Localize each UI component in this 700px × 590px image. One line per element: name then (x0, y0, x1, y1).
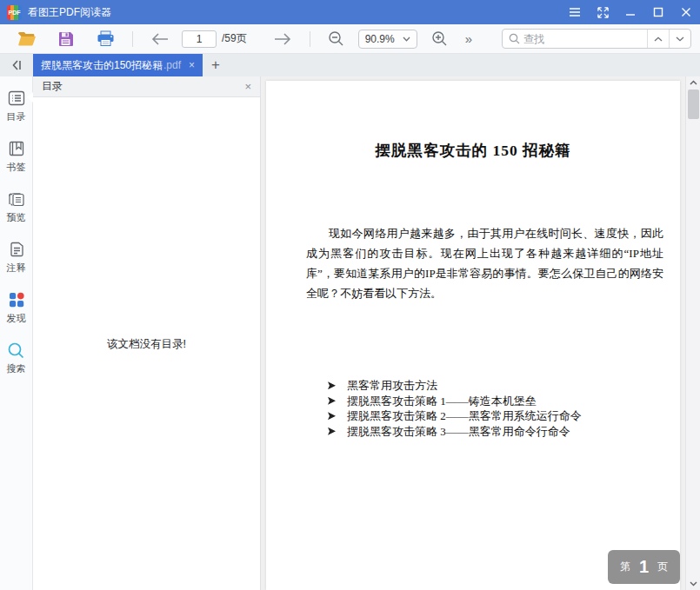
app-window: PDF 看图王PDF阅读器 (0, 0, 700, 590)
close-icon[interactable] (672, 0, 700, 24)
sidebar-item-bookmarks[interactable]: 书签 (0, 139, 33, 174)
arrowhead-bullet-icon (328, 381, 336, 389)
toc-icon (7, 89, 26, 108)
find-input[interactable] (520, 33, 647, 45)
toolbar: /59页 90.9% » (0, 24, 700, 54)
zoom-level-value: 90.9% (365, 33, 395, 45)
document-bullet-list: 黑客常用攻击方法 摆脱黑客攻击策略 1——铸造本机堡垒 摆脱黑客攻击策略 2——… (328, 378, 680, 439)
bullet-item: 摆脱黑客攻击策略 3——黑客常用命令行命令 (328, 424, 680, 440)
fullscreen-icon[interactable] (589, 0, 617, 24)
tabbar: 摆脱黑客攻击的150招秘籍.pdf × + (0, 54, 700, 76)
sidebar-item-label: 发现 (7, 312, 26, 325)
document-paragraph: 现如今网络用户越来越多，由于其用户在线时间长、速度快，因此成为黑客们的攻击目标。… (306, 223, 663, 303)
menu-icon[interactable] (561, 0, 589, 24)
arrowhead-bullet-icon (328, 428, 336, 435)
find-previous-button[interactable] (647, 30, 669, 48)
sidebar-item-label: 注释 (7, 262, 26, 275)
tab-label-extension: .pdf (163, 59, 181, 71)
scroll-down-icon[interactable] (686, 578, 700, 590)
sidebar-item-label: 预览 (7, 211, 26, 224)
scrollbar-thumb[interactable] (688, 89, 699, 119)
search-icon (503, 33, 520, 44)
page-indicator-number: 1 (639, 557, 649, 577)
sidebar-item-discover[interactable]: 发现 (0, 290, 33, 325)
chevron-down-icon (403, 36, 410, 42)
maximize-icon[interactable] (644, 0, 672, 24)
toc-panel: 目录 × 该文档没有目录! (33, 76, 261, 590)
zoom-in-button[interactable] (426, 28, 453, 50)
active-panel-pointer (27, 92, 33, 103)
bookmark-icon (7, 139, 26, 158)
new-tab-button[interactable]: + (203, 54, 229, 76)
sidebar-item-label: 搜索 (7, 362, 26, 375)
bullet-text: 黑客常用攻击方法 (347, 378, 437, 394)
sidebar-item-annotations[interactable]: 注释 (0, 240, 33, 275)
previous-page-button[interactable] (145, 28, 175, 50)
toolbar-separator (310, 31, 310, 47)
pdf-page[interactable]: 摆脱黑客攻击的 150 招秘籍 现如今网络用户越来越多，由于其用户在线时间长、速… (266, 81, 680, 590)
sidebar-item-label: 目录 (7, 110, 26, 123)
page-indicator-suffix: 页 (657, 560, 668, 574)
page-number-input[interactable] (182, 30, 217, 48)
app-title: 看图王PDF阅读器 (28, 5, 111, 20)
bullet-item: 黑客常用攻击方法 (328, 378, 680, 394)
find-next-button[interactable] (669, 30, 690, 48)
tab-close-icon[interactable]: × (189, 60, 195, 70)
toc-panel-title: 目录 (42, 79, 63, 94)
scroll-up-icon[interactable] (686, 76, 700, 89)
bullet-item: 摆脱黑客攻击策略 1——铸造本机堡垒 (328, 394, 680, 409)
sidebar-item-search[interactable]: 搜索 (0, 341, 33, 375)
minimize-icon[interactable] (617, 0, 644, 24)
annotation-icon (7, 240, 26, 259)
bullet-item: 摆脱黑客攻击策略 2——黑客常用系统运行命令 (328, 408, 680, 424)
bullet-text: 摆脱黑客攻击策略 2——黑客常用系统运行命令 (347, 408, 582, 424)
more-tools-button[interactable]: » (465, 31, 473, 46)
toc-panel-header: 目录 × (33, 76, 260, 97)
page-indicator-prefix: 第 (620, 560, 630, 574)
panel-close-icon[interactable]: × (244, 81, 251, 92)
bullet-text: 摆脱黑客攻击策略 1——铸造本机堡垒 (347, 394, 537, 409)
titlebar: PDF 看图王PDF阅读器 (0, 0, 700, 24)
find-box (502, 29, 691, 49)
page-indicator-badge: 第 1 页 (608, 550, 680, 584)
save-button[interactable] (52, 28, 79, 50)
bullet-text: 摆脱黑客攻击策略 3——黑客常用命令行命令 (347, 424, 570, 440)
arrowhead-bullet-icon (328, 412, 336, 420)
toolbar-separator (132, 31, 133, 47)
tab-label: 摆脱黑客攻击的150招秘籍 (41, 58, 163, 73)
sidebar: 目录 书签 (0, 76, 33, 590)
zoom-level-select[interactable]: 90.9% (358, 30, 417, 49)
sidebar-item-label: 书签 (7, 161, 26, 174)
open-file-button[interactable] (12, 28, 42, 50)
next-page-button[interactable] (268, 28, 297, 50)
print-button[interactable] (91, 28, 120, 50)
sidebar-item-preview[interactable]: 预览 (0, 189, 33, 224)
preview-pages-icon (7, 189, 26, 209)
document-title: 摆脱黑客攻击的 150 招秘籍 (266, 140, 680, 161)
content-area: 目录 书签 (0, 76, 700, 590)
collapse-sidebar-icon[interactable] (0, 54, 33, 76)
zoom-out-button[interactable] (323, 28, 350, 50)
search-panel-icon (7, 341, 26, 360)
toc-empty-message: 该文档没有目录! (33, 337, 260, 352)
app-logo-icon: PDF (7, 5, 22, 20)
vertical-scrollbar[interactable] (685, 76, 700, 590)
arrowhead-bullet-icon (328, 397, 336, 405)
page-total-label: /59页 (222, 31, 247, 46)
discover-icon (7, 290, 26, 309)
tab-active-document[interactable]: 摆脱黑客攻击的150招秘籍.pdf × (33, 54, 203, 76)
document-area: 摆脱黑客攻击的 150 招秘籍 现如今网络用户越来越多，由于其用户在线时间长、速… (261, 76, 685, 590)
